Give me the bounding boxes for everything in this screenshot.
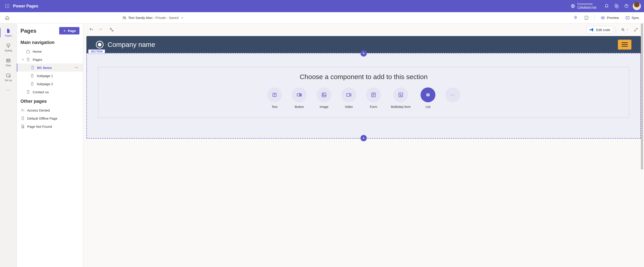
svg-rect-19 — [6, 59, 10, 62]
svg-point-12 — [123, 17, 124, 18]
add-page-button[interactable]: Page — [59, 27, 80, 35]
vscode-icon — [589, 28, 594, 32]
user-avatar[interactable] — [633, 2, 641, 10]
edit-code-button[interactable]: Edit code — [586, 26, 613, 34]
more-options-icon[interactable]: ⋯ — [74, 66, 80, 69]
preview-button[interactable]: Preview — [598, 16, 621, 20]
component-multistep-form[interactable]: Multistep form — [391, 87, 411, 109]
info-icon[interactable] — [582, 13, 591, 22]
add-section-top-button[interactable] — [360, 50, 367, 57]
people-icon — [122, 16, 126, 20]
svg-rect-35 — [428, 94, 428, 96]
nav-item-offline-page[interactable]: Default Offline Page — [17, 114, 83, 122]
zoom-control[interactable] — [619, 28, 631, 32]
button-icon — [296, 92, 302, 98]
list-icon — [425, 92, 431, 98]
plus-icon — [63, 29, 66, 33]
eye-icon — [600, 16, 605, 20]
page-icon — [6, 28, 11, 33]
svg-point-22 — [22, 109, 23, 110]
context-bar: Test Sandy Alan - Private - Saved Previe… — [0, 12, 644, 24]
component-form[interactable]: Form — [366, 87, 381, 109]
home-button[interactable] — [3, 13, 12, 22]
component-text[interactable]: Text — [267, 87, 282, 109]
svg-point-3 — [5, 6, 6, 6]
rail-more-icon[interactable]: ⋯ — [4, 86, 12, 94]
rail-item-setup[interactable]: Set up — [2, 71, 15, 83]
nav-item-access-denied[interactable]: Access Denied — [17, 106, 83, 114]
site-breadcrumb[interactable]: Test Sandy Alan - Private - Saved — [122, 16, 184, 20]
canvas-scrollbar[interactable] — [641, 24, 643, 267]
svg-point-5 — [8, 6, 9, 6]
waffle-icon[interactable] — [3, 2, 11, 10]
image-icon — [321, 92, 327, 98]
document-search-icon — [21, 124, 25, 128]
other-pages-title: Other pages — [17, 96, 83, 106]
settings-icon[interactable] — [612, 1, 622, 11]
expand-button[interactable] — [632, 26, 640, 34]
undo-button[interactable] — [87, 26, 96, 34]
main-navigation-title: Main navigation — [17, 37, 83, 47]
sync-icon — [625, 16, 630, 20]
pages-panel: Pages Page Main navigation Home Pages BC… — [17, 24, 83, 267]
document-icon — [31, 66, 34, 70]
svg-point-2 — [8, 4, 9, 5]
chevron-down-icon — [626, 28, 629, 31]
app-title: Power Pages — [13, 4, 38, 9]
canvas-stage: Company name SECTION Choose a component … — [86, 36, 641, 139]
person-denied-icon — [21, 108, 25, 112]
svg-rect-31 — [346, 94, 350, 96]
section-body[interactable]: Choose a component to add to this sectio… — [86, 53, 641, 139]
svg-point-16 — [602, 17, 604, 18]
app-header: Power Pages Environment CRM594708 — [0, 0, 644, 12]
notifications-icon[interactable] — [602, 1, 612, 11]
redo-button[interactable] — [96, 26, 104, 34]
chevron-down-icon — [22, 58, 24, 61]
canvas-toolbar: Edit code — [83, 24, 644, 36]
component-video[interactable]: Video — [341, 87, 356, 109]
form-icon — [370, 92, 376, 98]
drop-title: Choose a component to add to this sectio… — [300, 73, 428, 81]
chevron-down-icon — [181, 16, 184, 19]
nav-item-contact[interactable]: Contact us — [17, 88, 83, 96]
copilot-icon[interactable] — [571, 13, 580, 22]
rail-item-pages[interactable]: Pages — [2, 27, 15, 39]
svg-point-30 — [323, 94, 324, 94]
nav-item-subpage1[interactable]: Subpage 1 — [17, 72, 83, 80]
nav-item-subpage2[interactable]: Subpage 2 — [17, 80, 83, 88]
rail-item-styling[interactable]: Styling — [2, 42, 15, 54]
svg-rect-34 — [426, 94, 427, 96]
add-section-bottom-button[interactable] — [360, 135, 367, 141]
hamburger-menu-icon[interactable] — [618, 40, 632, 50]
sync-button[interactable]: Sync — [623, 16, 641, 20]
svg-rect-36 — [429, 94, 429, 96]
plus-icon — [362, 52, 366, 55]
nav-item-bc-items[interactable]: BC Items ⋯ — [17, 64, 83, 72]
svg-point-13 — [125, 17, 126, 18]
svg-point-7 — [7, 7, 8, 8]
site-logo-icon — [96, 41, 104, 49]
site-name: Test Sandy Alan — [128, 16, 152, 20]
document-icon — [30, 74, 34, 78]
svg-point-8 — [8, 7, 9, 8]
ellipsis-icon: ⋯ — [450, 92, 455, 98]
nav-item-home[interactable]: Home — [17, 47, 83, 56]
nav-item-not-found[interactable]: Page Not Found — [17, 122, 83, 130]
scrollbar-thumb[interactable] — [641, 24, 643, 170]
help-icon[interactable] — [622, 1, 632, 11]
environment-selector[interactable]: Environment CRM594708 — [571, 3, 596, 10]
left-rail: Pages Styling Data Set up ⋯ — [0, 24, 17, 267]
link-button[interactable] — [108, 26, 116, 34]
nav-item-pages[interactable]: Pages — [17, 56, 83, 64]
home-icon — [26, 49, 30, 53]
svg-rect-29 — [322, 93, 326, 97]
setup-icon — [6, 73, 11, 78]
magnify-icon — [621, 28, 625, 32]
section-label: SECTION — [88, 49, 105, 54]
component-image[interactable]: Image — [316, 87, 332, 109]
component-more[interactable]: ⋯ — [445, 87, 460, 109]
rail-item-data[interactable]: Data — [2, 56, 15, 69]
component-list[interactable]: List — [420, 87, 436, 109]
component-button[interactable]: Button — [292, 87, 307, 109]
component-drop-zone: Choose a component to add to this sectio… — [98, 67, 629, 118]
